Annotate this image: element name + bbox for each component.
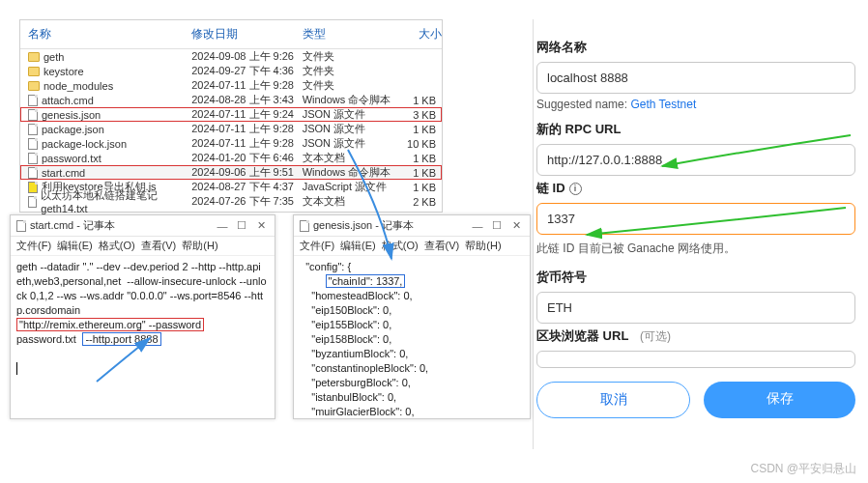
editor-body[interactable]: "config": { "chainId": 1337, "homesteadB… xyxy=(294,256,530,420)
save-button[interactable]: 保存 xyxy=(704,382,855,418)
file-name: package.json xyxy=(42,124,104,135)
menu-bar[interactable]: 文件(F) 编辑(E) 格式(O) 查看(V) 帮助(H) xyxy=(294,237,530,256)
file-type: 文本文档 xyxy=(303,194,394,209)
file-row[interactable]: keystore2024-09-27 下午 4:36文件夹 xyxy=(20,64,442,78)
file-size: 1 KB xyxy=(393,95,442,106)
file-name: start.cmd xyxy=(42,167,85,179)
suggested-name-link[interactable]: Geth Testnet xyxy=(630,98,696,111)
col-date[interactable]: 修改日期 xyxy=(191,24,302,44)
minimize-button[interactable]: — xyxy=(215,220,230,232)
file-type: 文件夹 xyxy=(303,64,394,78)
info-icon[interactable]: i xyxy=(569,183,582,195)
divider xyxy=(533,19,534,449)
close-button[interactable]: ✕ xyxy=(253,219,269,232)
file-date: 2024-01-20 下午 6:46 xyxy=(191,151,302,165)
file-row[interactable]: genesis.json2024-07-11 上午 9:24JSON 源文件3 … xyxy=(20,107,442,122)
file-name: node_modules xyxy=(43,80,113,92)
file-name: attach.cmd xyxy=(42,95,94,106)
file-size: 1 KB xyxy=(393,153,442,164)
highlight-chainid: "chainId": 1337, xyxy=(326,274,406,288)
file-row[interactable]: node_modules2024-07-11 上午 9:28文件夹 xyxy=(20,78,442,93)
menu-edit[interactable]: 编辑(E) xyxy=(55,239,95,253)
menu-view[interactable]: 查看(V) xyxy=(422,239,462,253)
file-size: 1 KB xyxy=(393,124,442,135)
titlebar[interactable]: genesis.json - 记事本 — ☐ ✕ xyxy=(294,215,530,237)
file-row[interactable]: package-lock.json2024-07-11 上午 9:28JSON … xyxy=(20,136,442,151)
col-name[interactable]: 名称 xyxy=(28,24,191,44)
label-currency: 货币符号 xyxy=(536,269,855,286)
explorer-columns[interactable]: 名称 修改日期 类型 大小 xyxy=(20,20,442,49)
file-name: keystore xyxy=(43,66,84,77)
file-icon xyxy=(28,95,38,106)
file-name: password.txt xyxy=(42,153,101,164)
file-size: 1 KB xyxy=(393,182,442,193)
input-chain-id[interactable]: 1337 xyxy=(536,203,855,235)
menu-file[interactable]: 文件(F) xyxy=(14,239,53,253)
editor-body[interactable]: geth --datadir "." --dev --dev.period 2 … xyxy=(11,256,275,420)
menu-format[interactable]: 格式(O) xyxy=(97,239,137,253)
input-explorer-url[interactable] xyxy=(536,351,855,368)
file-row[interactable]: package.json2024-07-11 上午 9:28JSON 源文件1 … xyxy=(20,122,442,136)
menu-format[interactable]: 格式(O) xyxy=(380,239,420,253)
file-row[interactable]: start.cmd2024-09-06 上午 9:51Windows 命令脚本1… xyxy=(20,165,442,180)
json-line: "config": { xyxy=(300,261,351,272)
folder-icon xyxy=(28,52,40,62)
cmd-text-3: password.txt xyxy=(16,333,76,345)
label-network-name: 网络名称 xyxy=(536,39,855,56)
file-date: 2024-08-27 下午 4:37 xyxy=(191,180,302,194)
file-type: JSON 源文件 xyxy=(303,136,394,151)
file-date: 2024-07-11 上午 9:28 xyxy=(191,122,302,136)
col-type[interactable]: 类型 xyxy=(303,24,394,44)
file-icon xyxy=(28,138,38,150)
file-type: Windows 命令脚本 xyxy=(303,93,394,107)
notepad-icon xyxy=(16,220,26,232)
menu-help[interactable]: 帮助(H) xyxy=(180,239,219,253)
file-type: 文本文档 xyxy=(303,151,394,165)
menu-file[interactable]: 文件(F) xyxy=(298,239,336,253)
folder-icon xyxy=(28,81,40,91)
menu-help[interactable]: 帮助(H) xyxy=(463,239,503,253)
highlight-remix-url: "http://remix.ethereum.org" --password xyxy=(16,318,204,331)
label-chain-id: 链 ID i xyxy=(536,180,855,197)
maximize-button[interactable]: ☐ xyxy=(234,219,249,232)
title-text: genesis.json - 记事本 xyxy=(313,218,414,233)
file-size: 1 KB xyxy=(393,167,442,179)
file-date: 2024-07-11 上午 9:28 xyxy=(191,136,302,151)
file-explorer: 名称 修改日期 类型 大小 geth2024-09-08 上午 9:26文件夹k… xyxy=(19,19,443,213)
file-row[interactable]: 以太坊本地私链搭建笔记geth14.txt2024-07-26 下午 7:35文… xyxy=(20,194,442,209)
input-rpc-url[interactable]: http://127.0.0.1:8888 xyxy=(536,144,855,176)
file-type: JavaScript 源文件 xyxy=(303,180,394,194)
menu-view[interactable]: 查看(V) xyxy=(139,239,179,253)
folder-icon xyxy=(28,67,40,76)
notepad-start-cmd: start.cmd - 记事本 — ☐ ✕ 文件(F) 编辑(E) 格式(O) … xyxy=(10,214,275,419)
file-size: 10 KB xyxy=(393,138,442,150)
input-network-name[interactable]: localhost 8888 xyxy=(536,62,855,94)
maximize-button[interactable]: ☐ xyxy=(489,219,505,232)
file-date: 2024-09-27 下午 4:36 xyxy=(191,64,302,78)
file-date: 2024-09-08 上午 9:26 xyxy=(191,49,302,64)
file-type: JSON 源文件 xyxy=(303,122,394,136)
minimize-button[interactable]: — xyxy=(470,220,485,232)
menu-bar[interactable]: 文件(F) 编辑(E) 格式(O) 查看(V) 帮助(H) xyxy=(11,237,275,256)
label-rpc: 新的 RPC URL xyxy=(536,121,855,138)
file-icon xyxy=(28,167,38,179)
suggested-name: Suggested name: Geth Testnet xyxy=(536,98,855,111)
title-text: start.cmd - 记事本 xyxy=(30,218,115,233)
file-icon xyxy=(28,109,38,121)
chain-id-warning: 此链 ID 目前已被 Ganache 网络使用。 xyxy=(536,241,855,257)
file-date: 2024-09-06 上午 9:51 xyxy=(191,165,302,180)
file-icon xyxy=(28,124,38,135)
file-row[interactable]: attach.cmd2024-08-28 上午 3:43Windows 命令脚本… xyxy=(20,93,442,107)
watermark: CSDN @平安归悬山 xyxy=(750,461,856,477)
text-cursor xyxy=(16,362,17,375)
input-currency[interactable]: ETH xyxy=(536,292,855,324)
cancel-button[interactable]: 取消 xyxy=(536,382,690,418)
menu-edit[interactable]: 编辑(E) xyxy=(338,239,378,253)
notepad-icon xyxy=(300,220,309,232)
close-button[interactable]: ✕ xyxy=(508,219,524,232)
file-row[interactable]: password.txt2024-01-20 下午 6:46文本文档1 KB xyxy=(20,151,442,165)
file-name: 以太坊本地私链搭建笔记geth14.txt xyxy=(41,188,191,214)
file-row[interactable]: geth2024-09-08 上午 9:26文件夹 xyxy=(20,49,442,64)
titlebar[interactable]: start.cmd - 记事本 — ☐ ✕ xyxy=(11,215,275,237)
col-size[interactable]: 大小 xyxy=(393,24,442,44)
